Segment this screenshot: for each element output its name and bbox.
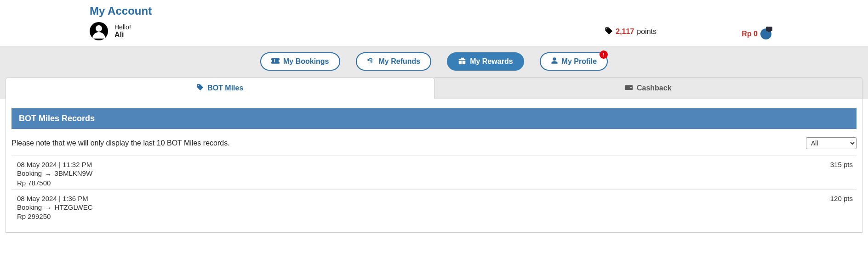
record-amount: Rp 299250 [17, 212, 857, 220]
record-ref: Booking → HTZGLWEC [17, 203, 857, 212]
nav-label: My Rewards [470, 57, 513, 66]
points-value: 2,117 [616, 28, 634, 36]
wallet-icon [760, 28, 771, 39]
arrow-right-icon: → [45, 204, 51, 212]
points-unit: points [637, 28, 657, 36]
tab-cashback[interactable]: Cashback [434, 77, 863, 99]
nav-my-profile[interactable]: My Profile ! [540, 52, 608, 71]
username: Ali [114, 31, 131, 39]
page-title: My Account [90, 5, 868, 17]
nav-my-refunds[interactable]: $ My Refunds [356, 52, 432, 71]
nav-label: My Bookings [283, 57, 329, 66]
nav-my-rewards[interactable]: My Rewards [447, 52, 524, 71]
person-icon [551, 57, 558, 66]
points-box[interactable]: 2,117 points [605, 27, 657, 37]
avatar [90, 22, 108, 40]
record-points: 315 pts [830, 161, 853, 168]
record-points: 120 pts [830, 195, 853, 202]
nav-label: My Refunds [379, 57, 421, 66]
tab-bot-miles[interactable]: BOT Miles [6, 77, 434, 99]
records-note: Please note that we will only display th… [11, 139, 230, 147]
record-ref: Booking → 3BMLKN9W [17, 169, 857, 178]
svg-point-1 [96, 25, 102, 32]
gift-icon [458, 57, 466, 66]
tab-label: BOT Miles [207, 84, 243, 92]
record-timestamp: 08 May 2024 | 11:32 PM [17, 161, 857, 168]
record-amount: Rp 787500 [17, 179, 857, 187]
arrow-right-icon: → [45, 170, 51, 178]
record-row: 08 May 2024 | 11:32 PM Booking → 3BMLKN9… [11, 156, 857, 190]
wallet-amount: Rp 0 [742, 30, 758, 38]
notification-badge: ! [600, 50, 608, 59]
nav-label: My Profile [562, 57, 597, 66]
records-banner: BOT Miles Records [11, 108, 857, 129]
wallet-box[interactable]: Rp 0 [742, 28, 771, 39]
records-filter[interactable]: All [806, 137, 857, 149]
tag-icon [196, 84, 204, 93]
record-timestamp: 08 May 2024 | 1:36 PM [17, 195, 857, 202]
ticket-icon [271, 57, 280, 66]
refund-icon: $ [367, 57, 375, 66]
tag-icon [605, 27, 613, 37]
hello-text: Hello! [114, 23, 131, 31]
wallet-icon [625, 84, 633, 93]
record-row: 08 May 2024 | 1:36 PM Booking → HTZGLWEC… [11, 190, 857, 223]
tab-label: Cashback [637, 84, 672, 92]
nav-my-bookings[interactable]: My Bookings [260, 52, 340, 71]
